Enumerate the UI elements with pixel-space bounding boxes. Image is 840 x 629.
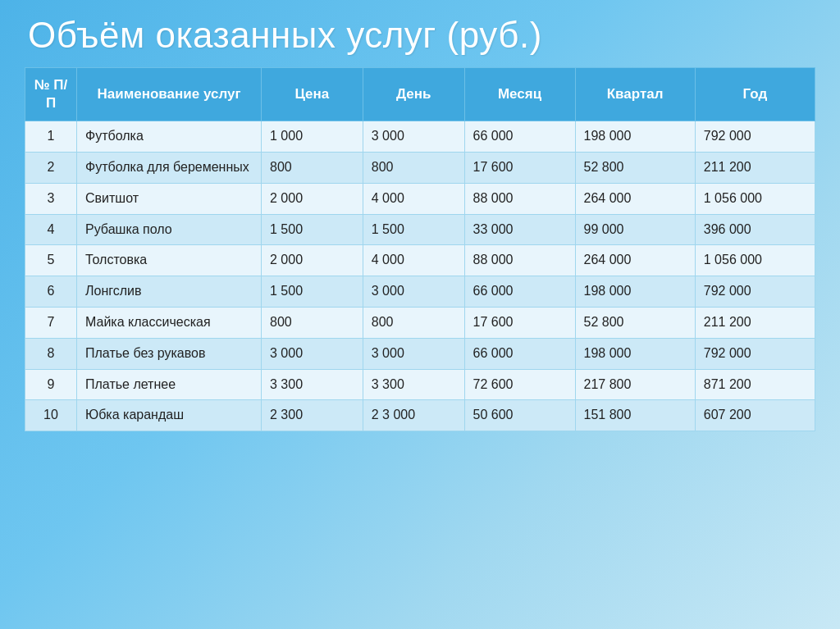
cell-month: 88 000 <box>464 245 575 276</box>
table-row: 7Майка классическая80080017 60052 800211… <box>25 307 815 338</box>
cell-year: 792 000 <box>695 121 815 153</box>
cell-quarter: 264 000 <box>575 183 695 214</box>
cell-num: 2 <box>25 152 77 183</box>
cell-day: 3 000 <box>363 276 464 308</box>
cell-quarter: 198 000 <box>575 338 695 369</box>
cell-month: 50 600 <box>464 400 575 431</box>
cell-num: 8 <box>25 338 77 369</box>
cell-day: 4 000 <box>363 245 464 276</box>
cell-month: 17 600 <box>464 307 575 338</box>
cell-quarter: 151 800 <box>575 400 695 431</box>
table-row: 9Платье летнее3 3003 30072 600217 800871… <box>25 369 815 400</box>
cell-price: 2 000 <box>262 245 363 276</box>
cell-price: 800 <box>262 152 363 183</box>
cell-day: 3 000 <box>363 121 464 153</box>
cell-num: 3 <box>25 183 77 214</box>
cell-name: Футболка <box>77 121 262 153</box>
table-row: 1Футболка1 0003 00066 000198 000792 000 <box>25 121 815 153</box>
services-table: № П/ П Наименование услуг Цена День Меся… <box>25 67 815 431</box>
cell-month: 66 000 <box>464 121 575 153</box>
cell-year: 396 000 <box>695 214 815 245</box>
cell-quarter: 264 000 <box>575 245 695 276</box>
table-row: 4Рубашка поло1 5001 50033 00099 000396 0… <box>25 214 815 245</box>
cell-quarter: 198 000 <box>575 276 695 308</box>
cell-day: 1 500 <box>363 214 464 245</box>
cell-quarter: 52 800 <box>575 152 695 183</box>
cell-price: 1 000 <box>262 121 363 153</box>
cell-num: 10 <box>25 400 77 431</box>
page: Объём оказанных услуг (руб.) № П/ П Наим… <box>0 0 840 629</box>
cell-quarter: 217 800 <box>575 369 695 400</box>
cell-name: Юбка карандаш <box>77 400 262 431</box>
cell-month: 66 000 <box>464 276 575 308</box>
cell-quarter: 198 000 <box>575 121 695 153</box>
header-day: День <box>363 68 464 121</box>
cell-name: Футболка для беременных <box>77 152 262 183</box>
header-num: № П/ П <box>25 68 77 121</box>
cell-year: 792 000 <box>695 338 815 369</box>
cell-name: Свитшот <box>77 183 262 214</box>
cell-name: Платье без рукавов <box>77 338 262 369</box>
cell-name: Майка классическая <box>77 307 262 338</box>
cell-day: 3 000 <box>363 338 464 369</box>
table-row: 3Свитшот2 0004 00088 000264 0001 056 000 <box>25 183 815 214</box>
cell-num: 4 <box>25 214 77 245</box>
header-month: Месяц <box>464 68 575 121</box>
table-header-row: № П/ П Наименование услуг Цена День Меся… <box>25 68 815 121</box>
table-wrapper: № П/ П Наименование услуг Цена День Меся… <box>25 67 815 614</box>
cell-num: 1 <box>25 121 77 153</box>
cell-year: 871 200 <box>695 369 815 400</box>
cell-price: 1 500 <box>262 276 363 308</box>
cell-year: 211 200 <box>695 307 815 338</box>
cell-year: 792 000 <box>695 276 815 308</box>
cell-year: 1 056 000 <box>695 183 815 214</box>
cell-price: 800 <box>262 307 363 338</box>
cell-year: 211 200 <box>695 152 815 183</box>
page-title: Объём оказанных услуг (руб.) <box>25 15 815 56</box>
cell-day: 800 <box>363 152 464 183</box>
cell-month: 33 000 <box>464 214 575 245</box>
cell-num: 6 <box>25 276 77 308</box>
cell-name: Платье летнее <box>77 369 262 400</box>
cell-month: 88 000 <box>464 183 575 214</box>
cell-year: 607 200 <box>695 400 815 431</box>
cell-num: 5 <box>25 245 77 276</box>
cell-name: Толстовка <box>77 245 262 276</box>
table-row: 5Толстовка2 0004 00088 000264 0001 056 0… <box>25 245 815 276</box>
cell-quarter: 52 800 <box>575 307 695 338</box>
header-quarter: Квартал <box>575 68 695 121</box>
cell-quarter: 99 000 <box>575 214 695 245</box>
cell-price: 3 000 <box>262 338 363 369</box>
cell-year: 1 056 000 <box>695 245 815 276</box>
cell-num: 9 <box>25 369 77 400</box>
header-price: Цена <box>262 68 363 121</box>
header-name: Наименование услуг <box>77 68 262 121</box>
cell-name: Рубашка поло <box>77 214 262 245</box>
table-row: 8Платье без рукавов3 0003 00066 000198 0… <box>25 338 815 369</box>
cell-name: Лонгслив <box>77 276 262 308</box>
cell-month: 66 000 <box>464 338 575 369</box>
cell-day: 2 3 000 <box>363 400 464 431</box>
cell-price: 2 000 <box>262 183 363 214</box>
cell-day: 4 000 <box>363 183 464 214</box>
cell-num: 7 <box>25 307 77 338</box>
table-row: 2Футболка для беременных80080017 60052 8… <box>25 152 815 183</box>
table-row: 10Юбка карандаш2 3002 3 00050 600151 800… <box>25 400 815 431</box>
cell-price: 1 500 <box>262 214 363 245</box>
cell-day: 3 300 <box>363 369 464 400</box>
table-row: 6Лонгслив1 5003 00066 000198 000792 000 <box>25 276 815 308</box>
cell-month: 72 600 <box>464 369 575 400</box>
cell-price: 2 300 <box>262 400 363 431</box>
cell-price: 3 300 <box>262 369 363 400</box>
cell-month: 17 600 <box>464 152 575 183</box>
cell-day: 800 <box>363 307 464 338</box>
header-year: Год <box>695 68 815 121</box>
